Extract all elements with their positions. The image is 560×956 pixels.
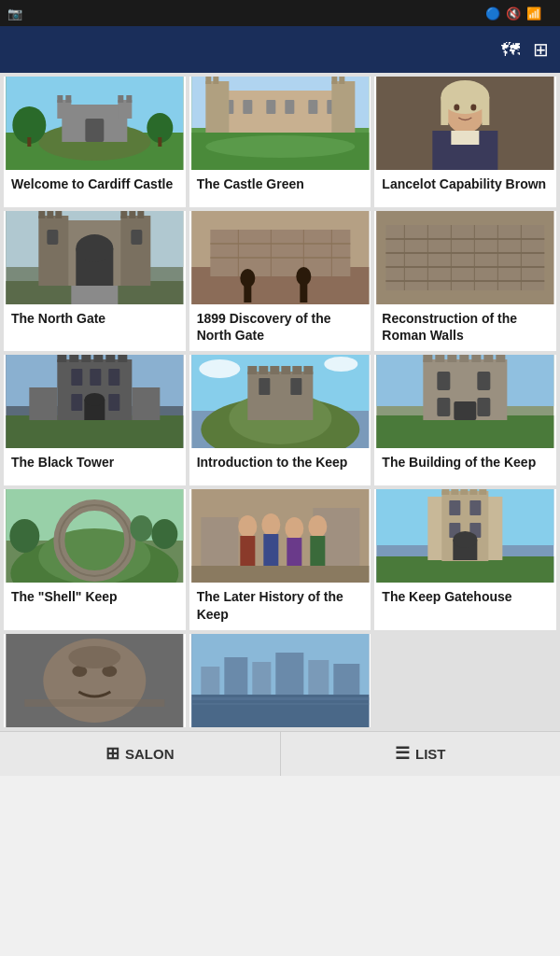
card-image-roman-walls (374, 211, 556, 304)
card-extra2[interactable] (189, 634, 371, 727)
card-label-keep-gatehouse: The Keep Gatehouse (374, 583, 556, 620)
card-shell-keep[interactable]: The "Shell" Keep (4, 489, 186, 629)
svg-rect-187 (24, 699, 164, 707)
svg-rect-59 (131, 230, 142, 245)
svg-rect-137 (438, 398, 451, 416)
svg-rect-28 (205, 77, 211, 84)
svg-rect-118 (292, 366, 301, 374)
card-label-building-keep: The Building of the Keep (374, 448, 556, 485)
card-label-later-history: The Later History of the Keep (189, 583, 371, 629)
tab-label-salon: SALON (125, 746, 175, 762)
svg-rect-55 (120, 211, 127, 218)
nav-icons: 🗺 ⊞ (501, 38, 549, 61)
svg-rect-22 (266, 100, 275, 114)
map-icon[interactable]: 🗺 (501, 39, 520, 61)
svg-rect-98 (105, 355, 115, 362)
svg-rect-120 (259, 378, 270, 395)
svg-rect-11 (85, 119, 104, 142)
card-image-later-history (189, 489, 371, 583)
svg-rect-126 (377, 415, 554, 448)
svg-rect-193 (275, 653, 303, 695)
card-later-history[interactable]: The Later History of the Keep (189, 489, 371, 629)
svg-rect-115 (259, 366, 268, 374)
svg-point-72 (240, 269, 255, 288)
svg-point-159 (285, 517, 303, 540)
card-image-building-keep (374, 355, 556, 448)
svg-rect-107 (29, 387, 57, 420)
svg-rect-75 (300, 284, 307, 302)
card-black-tower[interactable]: The Black Tower (4, 355, 186, 485)
status-left: 📷 (7, 7, 22, 21)
status-right: 🔵 🔇 📶 (485, 7, 553, 21)
svg-point-157 (261, 513, 280, 536)
svg-rect-138 (478, 398, 491, 416)
mute-icon: 🔇 (506, 7, 521, 21)
svg-rect-52 (38, 211, 45, 218)
svg-point-148 (9, 519, 39, 553)
tab-label-list: LIST (415, 746, 446, 762)
svg-rect-13 (27, 137, 31, 147)
svg-rect-121 (290, 378, 301, 395)
svg-point-123 (324, 357, 357, 372)
svg-rect-41 (452, 131, 480, 145)
card-1899-discovery[interactable]: 1899 Discovery of the North Gate (189, 211, 371, 351)
svg-point-150 (130, 515, 152, 541)
card-roman-walls[interactable]: Reconstruction of the Roman Walls (374, 211, 556, 351)
svg-rect-160 (287, 538, 301, 569)
svg-rect-95 (69, 355, 78, 362)
tab-salon[interactable]: ⊞ SALON (0, 732, 281, 776)
card-building-keep[interactable]: The Building of the Keep (374, 355, 556, 485)
card-welcome[interactable]: Welcome to Cardiff Castle (4, 77, 186, 207)
card-image-1899-discovery (189, 211, 371, 304)
card-image-intro-keep (189, 355, 371, 448)
card-image-welcome (4, 77, 186, 170)
svg-rect-198 (191, 703, 369, 705)
svg-rect-104 (108, 394, 119, 411)
svg-rect-30 (331, 77, 337, 84)
svg-rect-56 (129, 211, 135, 218)
svg-rect-94 (57, 355, 66, 362)
card-north-gate[interactable]: The North Gate (4, 211, 186, 351)
grid-view-icon[interactable]: ⊞ (533, 38, 549, 61)
svg-rect-172 (470, 489, 478, 495)
svg-rect-194 (308, 660, 329, 695)
svg-rect-38 (441, 97, 449, 125)
svg-point-74 (296, 267, 311, 286)
svg-rect-154 (201, 517, 238, 573)
card-keep-gatehouse[interactable]: The Keep Gatehouse (374, 489, 556, 629)
svg-rect-108 (132, 387, 160, 420)
svg-rect-197 (191, 697, 369, 700)
svg-rect-116 (270, 366, 279, 374)
card-image-castle-green (189, 77, 371, 170)
notification-icon: 📷 (7, 7, 22, 21)
svg-rect-7 (57, 95, 63, 103)
svg-rect-23 (285, 100, 294, 114)
svg-rect-73 (244, 286, 251, 302)
card-intro-keep[interactable]: Introduction to the Keep (189, 355, 371, 485)
svg-rect-133 (484, 355, 494, 362)
card-label-black-tower: The Black Tower (4, 448, 186, 485)
svg-rect-131 (460, 355, 469, 362)
tab-list[interactable]: ☰ LIST (281, 732, 561, 776)
svg-point-179 (454, 531, 478, 548)
svg-rect-162 (310, 536, 325, 569)
svg-rect-190 (201, 667, 219, 695)
svg-rect-132 (472, 355, 482, 362)
card-grid: Welcome to Cardiff Castle (0, 73, 560, 731)
svg-rect-100 (71, 369, 82, 386)
svg-rect-58 (47, 230, 58, 245)
tab-icon-list: ☰ (395, 743, 410, 764)
svg-point-43 (471, 105, 477, 111)
card-lancelot[interactable]: Lancelot Capability Brown (374, 77, 556, 207)
svg-rect-9 (118, 95, 123, 103)
card-label-welcome: Welcome to Cardiff Castle (4, 170, 186, 207)
card-castle-green[interactable]: The Castle Green (189, 77, 371, 207)
status-bar: 📷 🔵 🔇 📶 (0, 0, 560, 26)
card-image-north-gate (4, 211, 186, 304)
svg-rect-169 (442, 489, 450, 495)
card-extra1[interactable] (4, 634, 186, 727)
svg-point-149 (151, 519, 177, 549)
card-label-north-gate: The North Gate (4, 304, 186, 342)
wifi-icon: 📶 (526, 7, 541, 21)
svg-rect-192 (252, 662, 271, 695)
